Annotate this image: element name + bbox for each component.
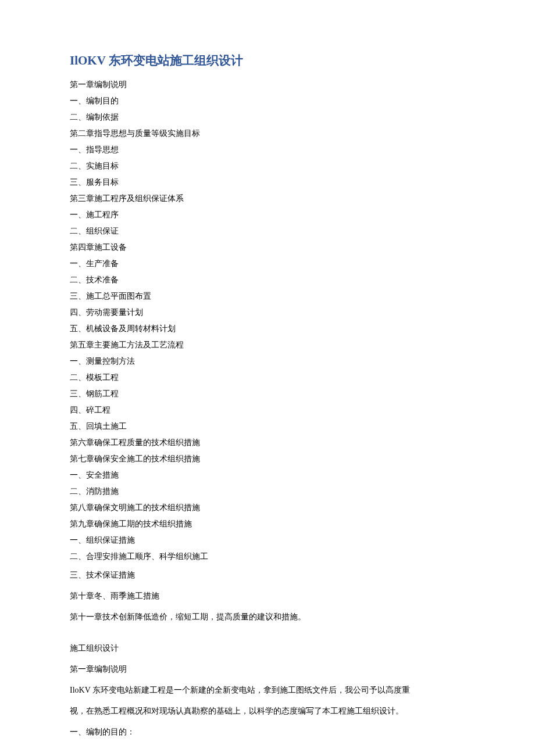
- toc-item: 三、技术保证措施: [70, 565, 465, 586]
- toc-item: 五、回填土施工: [70, 418, 465, 435]
- toc-item: 三、施工总平面图布置: [70, 288, 465, 304]
- toc-item: 二、编制依据: [70, 109, 465, 126]
- toc-item: 一、施工程序: [70, 207, 465, 223]
- toc-item: 二、实施目标: [70, 158, 465, 174]
- toc-item: 四、碎工程: [70, 402, 465, 418]
- body-text: IloKV 东环变电站新建工程是一个新建的全新变电站，拿到施工图纸文件后，我公司…: [70, 680, 465, 701]
- toc-item: 二、消防措施: [70, 483, 465, 500]
- toc-item: 第十章冬、雨季施工措施: [70, 586, 465, 607]
- toc-item: 一、测量控制方法: [70, 353, 465, 370]
- body-text: 视，在熟悉工程概况和对现场认真勘察的基础上，以科学的态度编写了本工程施工组织设计…: [70, 701, 465, 722]
- toc-item: 二、模板工程: [70, 370, 465, 386]
- toc-item: 一、生产准备: [70, 256, 465, 272]
- toc-item: 第一章编制说明: [70, 77, 465, 93]
- toc-item: 三、服务目标: [70, 174, 465, 191]
- toc-item: 第四章施工设备: [70, 239, 465, 256]
- document-page: IlOKV 东环变电站施工组织设计 第一章编制说明 一、编制目的 二、编制依据 …: [0, 0, 535, 756]
- body-text: 第一章编制说明: [70, 659, 465, 680]
- toc-item: 第九章确保施工期的技术组织措施: [70, 516, 465, 532]
- spacer: [70, 628, 465, 638]
- body-text: 一、编制的目的：: [70, 722, 465, 743]
- toc-item: 二、技术准备: [70, 272, 465, 288]
- toc-item: 第二章指导思想与质量等级实施目标: [70, 126, 465, 142]
- toc-item: 二、合理安排施工顺序、科学组织施工: [70, 549, 465, 565]
- toc-item: 第七章确保安全施工的技术组织措施: [70, 451, 465, 467]
- toc-item: 第六章确保工程质量的技术组织措施: [70, 435, 465, 451]
- toc-item: 第十一章技术创新降低造价，缩短工期，提高质量的建议和措施。: [70, 607, 465, 628]
- toc-item: 第八章确保文明施工的技术组织措施: [70, 500, 465, 516]
- toc-item: 一、组织保证措施: [70, 532, 465, 549]
- toc-item: 一、编制目的: [70, 93, 465, 109]
- toc-item: 二、组织保证: [70, 223, 465, 239]
- toc-item: 第三章施工程序及组织保证体系: [70, 191, 465, 207]
- toc-item: 一、安全措施: [70, 467, 465, 483]
- toc-item: 三、钢筋工程: [70, 386, 465, 402]
- toc-item: 五、机械设备及周转材料计划: [70, 321, 465, 337]
- page-title: IlOKV 东环变电站施工组织设计: [70, 52, 465, 69]
- toc-item: 四、劳动需要量计划: [70, 304, 465, 321]
- toc-item: 第五章主要施工方法及工艺流程: [70, 337, 465, 353]
- body-text: 施工组织设计: [70, 638, 465, 659]
- toc-item: 一、指导思想: [70, 142, 465, 158]
